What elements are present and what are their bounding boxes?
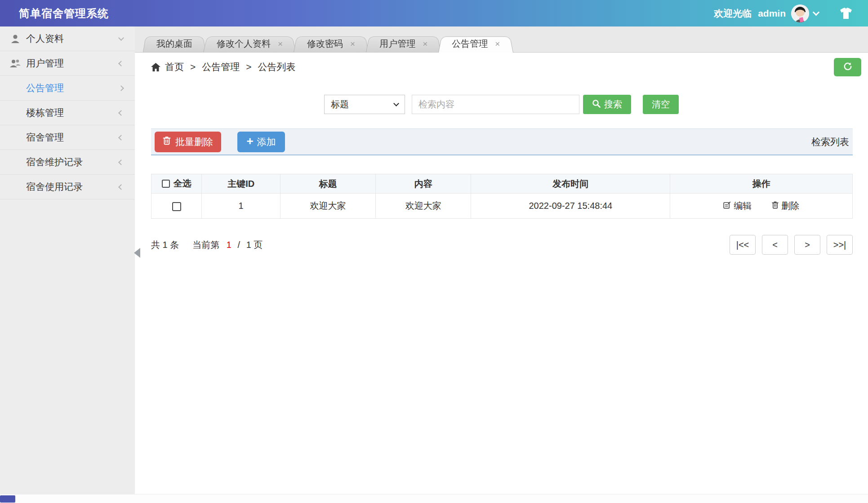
prev-page-button[interactable]: < (762, 235, 788, 255)
user-icon (10, 33, 21, 44)
column-header-id: 主键ID (202, 174, 280, 194)
column-header-actions: 操作 (670, 174, 853, 194)
home-icon (151, 63, 160, 71)
search-bar: 标题 搜索 清空 (135, 95, 868, 114)
table-row: 1 欢迎大家 欢迎大家 2022-09-27 15:48:44 (151, 194, 853, 219)
menu-list-icon (10, 107, 21, 118)
cell-content: 欢迎大家 (376, 194, 471, 219)
close-icon[interactable]: × (350, 40, 355, 48)
breadcrumb-home[interactable]: 首页 (165, 61, 184, 73)
close-icon[interactable]: × (495, 40, 500, 48)
sidebar-item-users[interactable]: 用户管理 (0, 51, 135, 76)
chevron-left-icon (118, 159, 124, 165)
breadcrumb-separator: > (190, 62, 196, 72)
sidebar-item-buildings[interactable]: 楼栋管理 (0, 101, 135, 125)
refresh-icon (843, 62, 853, 73)
select-all-header: 全选 (151, 174, 202, 194)
pagination: 共 1 条 当前第 1 / 1 页 |<< < > >>| (151, 235, 853, 255)
menu-list-icon (10, 157, 21, 168)
sidebar: 个人资料 用户管理 公告管理 楼栋管理 宿舍管理 (0, 26, 135, 503)
current-page-text: 当前第 1 / 1 页 (192, 239, 263, 251)
last-page-button[interactable]: >>| (827, 235, 853, 255)
cell-actions: 编辑 删除 (670, 194, 853, 219)
tab-edit-profile[interactable]: 修改个人资料 × (203, 35, 296, 52)
avatar[interactable] (791, 4, 809, 22)
sidebar-item-announcements[interactable]: 公告管理 (0, 76, 135, 101)
chevron-down-icon[interactable] (813, 9, 820, 16)
menu-list-icon (10, 83, 21, 93)
refresh-button[interactable] (834, 58, 861, 76)
first-page-button[interactable]: |<< (730, 235, 756, 255)
column-header-title: 标题 (280, 174, 376, 194)
tab-bar: 我的桌面 修改个人资料 × 修改密码 × 用户管理 × 公告管理 × (135, 26, 868, 53)
column-header-content: 内容 (376, 174, 471, 194)
batch-delete-button[interactable]: 批量删除 (155, 132, 221, 152)
list-caption: 检索列表 (811, 136, 849, 148)
trash-icon (772, 201, 779, 211)
collapse-arrow-icon (134, 248, 140, 258)
close-icon[interactable]: × (423, 40, 427, 48)
chevron-right-icon (118, 85, 124, 91)
scrollbar-thumb[interactable] (0, 495, 15, 503)
cell-id: 1 (202, 194, 280, 219)
chevron-down-icon (393, 101, 399, 106)
tab-announcement-management[interactable]: 公告管理 × (438, 35, 513, 52)
tab-change-password[interactable]: 修改密码 × (294, 35, 369, 52)
welcome-text: 欢迎光临 (714, 7, 752, 20)
sidebar-item-dorms[interactable]: 宿舍管理 (0, 125, 135, 150)
users-icon (10, 58, 21, 69)
tab-user-management[interactable]: 用户管理 × (366, 35, 441, 52)
chevron-left-icon (118, 110, 124, 116)
table-header-row: 全选 主键ID 标题 内容 发布时间 操作 (151, 174, 853, 194)
announcement-table: 全选 主键ID 标题 内容 发布时间 操作 1 欢迎大家 欢迎大家 2022-0… (151, 174, 853, 219)
chevron-left-icon (118, 184, 124, 190)
next-page-button[interactable]: > (794, 235, 820, 255)
close-icon[interactable]: × (278, 40, 283, 48)
cell-title: 欢迎大家 (280, 194, 376, 219)
breadcrumb-separator: > (246, 62, 251, 72)
username: admin (758, 8, 786, 19)
chevron-left-icon (118, 135, 124, 141)
add-button[interactable]: + 添加 (237, 132, 285, 152)
chevron-left-icon (118, 61, 124, 66)
app-title: 简单宿舍管理系统 (19, 6, 109, 21)
search-input[interactable] (412, 95, 579, 114)
tab-my-desktop[interactable]: 我的桌面 (143, 35, 206, 52)
row-checkbox[interactable] (172, 202, 181, 211)
chevron-down-icon (118, 35, 124, 41)
current-page-number: 1 (227, 240, 231, 250)
edit-icon (723, 201, 731, 211)
search-button[interactable]: 搜索 (583, 95, 631, 114)
column-header-publish-time: 发布时间 (471, 174, 670, 194)
sidebar-item-usage-records[interactable]: 宿舍使用记录 (0, 175, 135, 199)
trash-icon (163, 136, 171, 147)
menu-list-icon (10, 132, 21, 143)
plus-icon: + (246, 135, 253, 147)
breadcrumb-row: 首页 > 公告管理 > 公告列表 (135, 53, 868, 81)
action-toolbar: 批量删除 + 添加 检索列表 (151, 128, 853, 155)
breadcrumb-announcement-management[interactable]: 公告管理 (202, 61, 240, 73)
select-all-checkbox[interactable] (162, 180, 170, 188)
cell-publish-time: 2022-09-27 15:48:44 (471, 194, 670, 219)
horizontal-scrollbar[interactable] (0, 494, 868, 503)
theme-tshirt-icon[interactable] (839, 8, 853, 19)
main-content: 我的桌面 修改个人资料 × 修改密码 × 用户管理 × 公告管理 × (135, 26, 868, 503)
delete-link[interactable]: 删除 (772, 200, 799, 212)
search-field-select[interactable]: 标题 (324, 95, 405, 114)
menu-list-icon (10, 181, 21, 192)
search-icon (592, 99, 601, 110)
sidebar-item-profile[interactable]: 个人资料 (0, 26, 135, 51)
breadcrumb-announcement-list: 公告列表 (258, 61, 296, 73)
total-count-text: 共 1 条 (151, 239, 179, 251)
edit-link[interactable]: 编辑 (723, 200, 752, 212)
breadcrumb: 首页 > 公告管理 > 公告列表 (151, 61, 296, 73)
top-header: 简单宿舍管理系统 欢迎光临 admin (0, 0, 868, 26)
sidebar-collapse-handle[interactable] (134, 244, 143, 262)
sidebar-item-maintenance-records[interactable]: 宿舍维护记录 (0, 150, 135, 175)
clear-button[interactable]: 清空 (643, 95, 679, 114)
